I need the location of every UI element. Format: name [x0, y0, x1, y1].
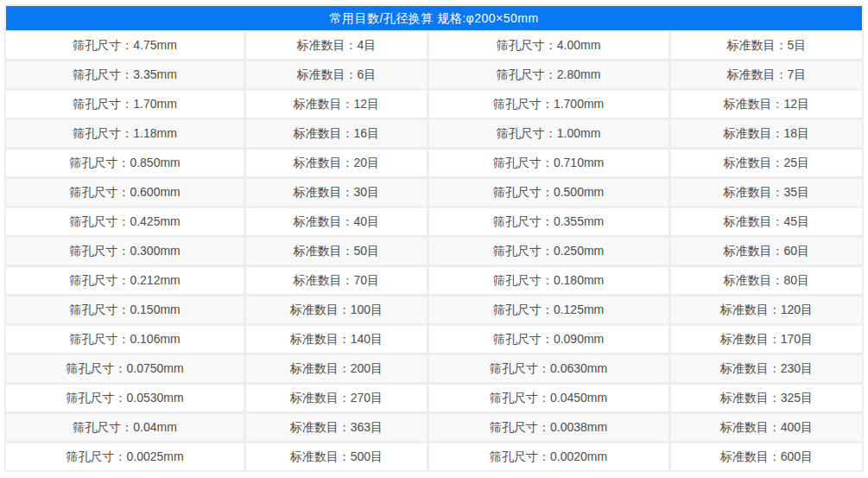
mesh-count-cell: 标准数目：170目: [671, 326, 862, 353]
mesh-count-cell: 标准数目：270目: [246, 385, 426, 411]
mesh-count-cell: 标准数目：363目: [246, 414, 426, 441]
sieve-size-cell: 筛孔尺寸：0.106mm: [6, 326, 244, 353]
sieve-size-cell: 筛孔尺寸：0.04mm: [6, 414, 244, 441]
sieve-size-cell: 筛孔尺寸：0.0530mm: [6, 385, 244, 411]
sieve-size-cell: 筛孔尺寸：0.212mm: [6, 267, 244, 294]
mesh-count-cell: 标准数目：400目: [671, 414, 862, 441]
sieve-size-cell: 筛孔尺寸：0.180mm: [429, 267, 668, 294]
sieve-size-cell: 筛孔尺寸：0.0450mm: [429, 385, 668, 411]
mesh-count-cell: 标准数目：45目: [671, 208, 862, 235]
mesh-count-cell: 标准数目：7目: [671, 61, 862, 88]
sieve-size-cell: 筛孔尺寸：0.500mm: [429, 179, 668, 206]
table-title: 常用目数/孔径换算 规格:φ200×50mm: [6, 6, 862, 30]
mesh-count-cell: 标准数目：60目: [671, 238, 862, 264]
sieve-size-cell: 筛孔尺寸：0.0020mm: [429, 443, 668, 470]
mesh-count-cell: 标准数目：80目: [671, 267, 862, 294]
sieve-size-cell: 筛孔尺寸：1.18mm: [6, 120, 244, 147]
sieve-size-cell: 筛孔尺寸：0.125mm: [429, 296, 668, 323]
sieve-size-cell: 筛孔尺寸：3.35mm: [6, 61, 244, 88]
sieve-size-cell: 筛孔尺寸：0.0038mm: [429, 414, 668, 441]
mesh-count-cell: 标准数目：30目: [246, 179, 426, 206]
conversion-grid: 筛孔尺寸：4.75mm标准数目：4目筛孔尺寸：4.00mm标准数目：5目筛孔尺寸…: [6, 32, 862, 470]
sieve-size-cell: 筛孔尺寸：2.80mm: [429, 61, 668, 88]
mesh-count-cell: 标准数目：5目: [671, 32, 862, 59]
sieve-size-cell: 筛孔尺寸：1.70mm: [6, 91, 244, 118]
mesh-count-cell: 标准数目：140目: [246, 326, 426, 353]
mesh-count-cell: 标准数目：40目: [246, 208, 426, 235]
sieve-size-cell: 筛孔尺寸：1.00mm: [429, 120, 668, 147]
sieve-size-cell: 筛孔尺寸：0.090mm: [429, 326, 668, 353]
sieve-size-cell: 筛孔尺寸：0.150mm: [6, 296, 244, 323]
sieve-size-cell: 筛孔尺寸：0.355mm: [429, 208, 668, 235]
mesh-count-cell: 标准数目：120目: [671, 296, 862, 323]
mesh-count-cell: 标准数目：200目: [246, 355, 426, 382]
mesh-count-cell: 标准数目：6目: [246, 61, 426, 88]
mesh-count-cell: 标准数目：20目: [246, 150, 426, 176]
mesh-count-cell: 标准数目：35目: [671, 179, 862, 206]
mesh-count-cell: 标准数目：25目: [671, 150, 862, 176]
sieve-size-cell: 筛孔尺寸：0.0025mm: [6, 443, 244, 470]
mesh-count-cell: 标准数目：16目: [246, 120, 426, 147]
mesh-count-cell: 标准数目：600目: [671, 443, 862, 470]
mesh-count-cell: 标准数目：4目: [246, 32, 426, 59]
mesh-count-cell: 标准数目：12目: [671, 91, 862, 118]
sieve-size-cell: 筛孔尺寸：0.300mm: [6, 238, 244, 264]
mesh-count-cell: 标准数目：12目: [246, 91, 426, 118]
mesh-count-cell: 标准数目：325目: [671, 385, 862, 411]
mesh-count-cell: 标准数目：18目: [671, 120, 862, 147]
sieve-size-cell: 筛孔尺寸：0.425mm: [6, 208, 244, 235]
sieve-size-cell: 筛孔尺寸：0.250mm: [429, 238, 668, 264]
sieve-size-cell: 筛孔尺寸：1.700mm: [429, 91, 668, 118]
sieve-size-cell: 筛孔尺寸：0.0750mm: [6, 355, 244, 382]
mesh-count-cell: 标准数目：70目: [246, 267, 426, 294]
sieve-size-cell: 筛孔尺寸：0.710mm: [429, 150, 668, 176]
mesh-count-cell: 标准数目：50目: [246, 238, 426, 264]
sieve-size-cell: 筛孔尺寸：4.75mm: [6, 32, 244, 59]
mesh-count-cell: 标准数目：230目: [671, 355, 862, 382]
sieve-size-cell: 筛孔尺寸：0.600mm: [6, 179, 244, 206]
mesh-aperture-conversion-table: 常用目数/孔径换算 规格:φ200×50mm 筛孔尺寸：4.75mm标准数目：4…: [4, 4, 864, 472]
sieve-size-cell: 筛孔尺寸：4.00mm: [429, 32, 668, 59]
sieve-size-cell: 筛孔尺寸：0.0630mm: [429, 355, 668, 382]
page: 常用目数/孔径换算 规格:φ200×50mm 筛孔尺寸：4.75mm标准数目：4…: [0, 0, 868, 478]
sieve-size-cell: 筛孔尺寸：0.850mm: [6, 150, 244, 176]
mesh-count-cell: 标准数目：500目: [246, 443, 426, 470]
mesh-count-cell: 标准数目：100目: [246, 296, 426, 323]
